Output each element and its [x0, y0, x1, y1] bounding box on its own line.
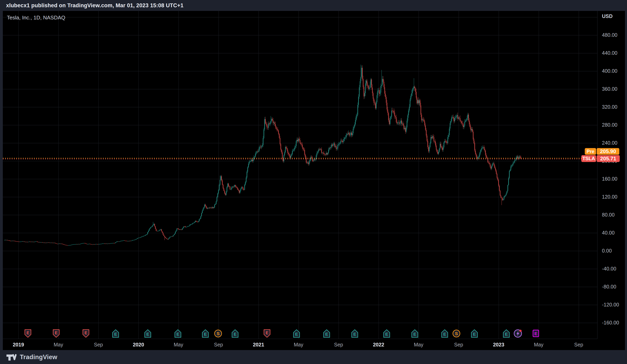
svg-text:E: E: [443, 332, 446, 337]
price-axis-label: 400.00: [602, 68, 617, 74]
price-axis-label: -80.00: [602, 284, 616, 290]
price-axis-label: 480.00: [602, 32, 617, 38]
earnings-miss-badge[interactable]: E: [82, 329, 90, 338]
time-axis-month-label: May: [414, 342, 423, 348]
price-axis-label: 240.00: [602, 140, 617, 146]
svg-text:E: E: [385, 332, 388, 337]
candlestick-plot[interactable]: [3, 11, 597, 339]
price-axis-label: -160.00: [602, 320, 619, 326]
earnings-miss-badge[interactable]: E: [24, 329, 32, 338]
svg-text:S: S: [455, 331, 458, 336]
tradingview-logo-text[interactable]: TradingView: [20, 354, 57, 361]
tradingview-logo-icon[interactable]: [6, 353, 17, 361]
earnings-beat-badge[interactable]: E: [441, 329, 449, 338]
earnings-miss-badge[interactable]: E: [263, 329, 271, 338]
time-axis-month-label: Sep: [94, 342, 103, 348]
earnings-upcoming-badge[interactable]: E: [532, 329, 540, 338]
svg-text:E: E: [265, 330, 269, 335]
svg-text:E: E: [353, 332, 356, 337]
last-flag-symbol: TSLA: [581, 155, 596, 162]
svg-text:E: E: [234, 332, 237, 337]
svg-text:S: S: [217, 331, 220, 336]
publish-bar: xlubecx1 published on TradingView.com, M…: [0, 0, 627, 11]
tradingview-snapshot: xlubecx1 published on TradingView.com, M…: [0, 0, 627, 364]
price-axis-label: -40.00: [602, 266, 616, 272]
svg-text:E: E: [534, 331, 537, 336]
svg-text:E: E: [505, 332, 508, 337]
time-axis-month-label: May: [294, 342, 303, 348]
svg-text:E: E: [55, 330, 58, 335]
price-axis-label: 40.00: [602, 230, 615, 236]
currency-label: USD: [602, 13, 613, 19]
earnings-beat-badge[interactable]: E: [351, 329, 359, 338]
time-axis-month-label: Sep: [214, 342, 223, 348]
publish-username: xlubecx1: [6, 2, 30, 8]
time-axis-month-label: Sep: [574, 342, 583, 348]
earnings-beat-badge[interactable]: E: [411, 329, 419, 338]
svg-text:E: E: [204, 332, 207, 337]
price-axis-label: 80.00: [602, 212, 615, 218]
earnings-beat-badge[interactable]: E: [174, 329, 182, 338]
svg-text:E: E: [413, 332, 417, 337]
earnings-beat-badge[interactable]: E: [323, 329, 331, 338]
time-axis-year-label: 2023: [493, 342, 504, 348]
footer-bar: TradingView: [0, 350, 627, 364]
price-axis[interactable]: USD 480.00440.00400.00360.00320.00280.00…: [597, 11, 625, 339]
time-axis-year-label: 2021: [253, 342, 264, 348]
svg-text:E: E: [26, 330, 30, 335]
svg-text:E: E: [85, 330, 88, 335]
price-axis-label: 440.00: [602, 50, 617, 56]
last-flag-value: 205.71: [597, 155, 620, 162]
earnings-miss-badge[interactable]: E: [52, 329, 60, 338]
price-axis-label: 0.00: [602, 248, 612, 254]
time-axis-month-label: Sep: [334, 342, 343, 348]
earnings-beat-badge[interactable]: E: [201, 329, 209, 338]
svg-text:E: E: [325, 332, 328, 337]
svg-text:E: E: [146, 332, 149, 337]
time-axis-year-label: 2020: [133, 342, 144, 348]
earnings-beat-badge[interactable]: E: [111, 329, 120, 338]
earnings-beat-badge[interactable]: E: [231, 329, 239, 338]
time-axis-month-label: May: [534, 342, 543, 348]
symbol-title[interactable]: Tesla, Inc., 1D, NASDAQ: [7, 14, 65, 21]
price-axis-label: 120.00: [602, 194, 617, 200]
premarket-flag-value: 205.90: [597, 148, 619, 155]
svg-text:E: E: [473, 332, 476, 337]
svg-text:E: E: [176, 332, 179, 337]
time-axis-month-label: May: [174, 342, 183, 348]
svg-text:E: E: [295, 332, 298, 337]
time-axis-year-label: 2022: [373, 342, 384, 348]
price-axis-label: 360.00: [602, 86, 617, 92]
live-badge[interactable]: [514, 329, 522, 338]
price-axis-label: 160.00: [602, 176, 617, 182]
time-axis[interactable]: 2019MaySep2020MaySep2021MaySep2022MaySep…: [3, 339, 597, 350]
svg-text:E: E: [114, 332, 117, 337]
earnings-beat-badge[interactable]: E: [293, 329, 301, 338]
premarket-flag-label: Pre: [585, 148, 596, 155]
earnings-beat-badge[interactable]: E: [502, 329, 510, 338]
time-axis-month-label: May: [53, 342, 63, 348]
publish-info: xlubecx1 published on TradingView.com, M…: [6, 0, 184, 11]
chart-panel[interactable]: Tesla, Inc., 1D, NASDAQ USD 480.00440.00…: [3, 11, 625, 350]
earnings-beat-badge[interactable]: E: [470, 329, 478, 338]
time-axis-year-label: 2019: [13, 342, 24, 348]
price-axis-label: 280.00: [602, 122, 617, 128]
earnings-beat-badge[interactable]: E: [383, 329, 391, 338]
split-badge[interactable]: S: [214, 329, 222, 338]
time-axis-month-label: Sep: [454, 342, 463, 348]
publish-text: published on TradingView.com, Mar 01, 20…: [30, 2, 184, 8]
price-axis-label: 320.00: [602, 104, 617, 110]
price-axis-label: -120.00: [602, 302, 619, 308]
earnings-beat-badge[interactable]: E: [144, 329, 152, 338]
split-badge[interactable]: S: [452, 329, 461, 338]
